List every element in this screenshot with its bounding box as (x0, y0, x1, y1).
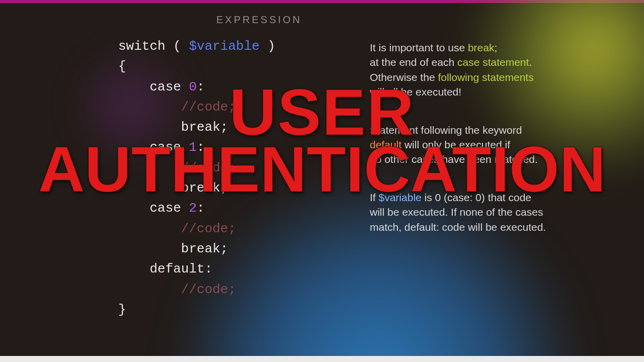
note-text: no other cases have been matched. (370, 153, 538, 165)
break-0: break; (181, 120, 228, 135)
code-comment-1: //code; (181, 160, 236, 175)
colon-2: : (197, 201, 205, 216)
note-paragraph-2: Statement following the keyword default … (370, 123, 606, 167)
note-paragraph-3: If $variable is 0 (case: 0) that code wi… (370, 190, 606, 234)
top-accent-bar (0, 0, 644, 3)
open-paren: ( (166, 39, 189, 54)
colon-0: : (197, 79, 205, 95)
case-keyword-2: case (149, 201, 181, 216)
note-text: will only be executed if (401, 139, 510, 150)
note-text: at the end of each (370, 56, 457, 68)
note-text: Otherwise the (370, 71, 438, 83)
note-break-keyword: break (468, 42, 495, 53)
brace-open: { (118, 59, 126, 74)
variable-token: $variable (189, 39, 259, 54)
code-comment-default: //code; (181, 282, 236, 297)
case-1-num: 1 (189, 140, 197, 155)
code-snippet: switch ( $variable ) { case 0: //code; b… (118, 36, 275, 320)
close-paren: ) (260, 39, 275, 54)
brace-close: } (118, 302, 126, 317)
note-text: If (370, 192, 379, 203)
break-1: break; (181, 180, 228, 196)
note-variable-keyword: $variable (379, 192, 422, 203)
note-text: Statement following the keyword (370, 124, 522, 136)
switch-keyword: switch (118, 39, 166, 54)
code-comment-0: //code; (181, 100, 236, 115)
break-2: break; (181, 241, 228, 256)
explanation-notes: It is important to use break; at the end… (370, 40, 606, 257)
case-keyword-1: case (149, 140, 181, 155)
slide-canvas: EXPRESSION switch ( $variable ) { case 0… (0, 0, 644, 362)
colon-1: : (197, 140, 205, 155)
note-text: match, default: code will be executed. (370, 221, 546, 233)
code-comment-2: //code; (181, 221, 236, 236)
default-keyword: default (149, 261, 204, 277)
note-text: will all be executed! (370, 86, 461, 98)
case-0-num: 0 (189, 79, 197, 95)
expression-label: EXPRESSION (216, 14, 302, 26)
note-text: . (529, 56, 532, 68)
note-text: will be executed. If none of the cases (370, 206, 543, 218)
note-default-keyword: default (370, 139, 401, 150)
note-case-keyword: case statement (457, 56, 529, 68)
case-2-num: 2 (189, 201, 197, 216)
note-paragraph-1: It is important to use break; at the end… (370, 40, 606, 100)
note-text: It is important to use (370, 42, 468, 53)
note-following-keyword: following statements (438, 71, 533, 83)
colon-default: : (205, 261, 213, 277)
note-text: ; (494, 42, 497, 53)
note-text: is 0 (case: 0) that code (422, 192, 531, 203)
bottom-accent-bar (0, 356, 644, 362)
case-keyword-0: case (149, 79, 181, 95)
